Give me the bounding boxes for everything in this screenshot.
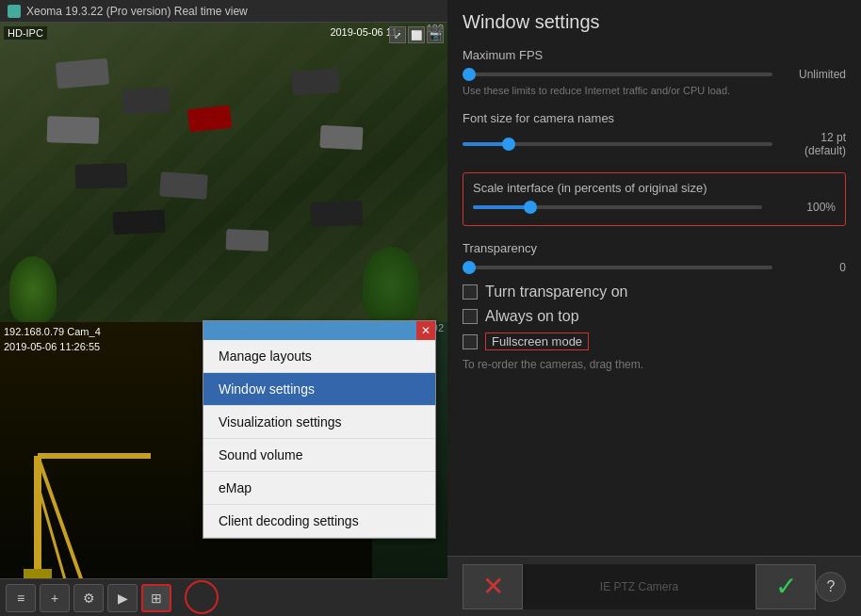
- context-menu: ✕ Manage layouts Window settings Visuali…: [203, 320, 436, 539]
- scale-slider-row: 100%: [473, 201, 836, 214]
- always-on-top-checkbox[interactable]: [463, 309, 478, 324]
- list-button[interactable]: ≡: [6, 584, 36, 612]
- help-button[interactable]: ?: [816, 572, 846, 602]
- menu-item-visualization-settings[interactable]: Visualization settings: [203, 406, 435, 439]
- font-label: Font size for camera names: [463, 111, 846, 125]
- ok-button[interactable]: ✓: [755, 564, 816, 609]
- snap-btn[interactable]: 📷: [427, 26, 444, 43]
- camera-top-controls: ⤢ ⬜ 📷: [389, 26, 444, 43]
- transparency-on-row: Turn transparency on: [463, 284, 846, 300]
- app-title: Xeoma 19.3.22 (Pro version) Real time vi…: [26, 5, 248, 18]
- font-slider-row: 12 pt (default): [463, 131, 846, 157]
- transparency-on-label: Turn transparency on: [485, 284, 627, 300]
- camera-bottom-timestamp: 2019-05-06 11:26:55: [4, 341, 100, 352]
- settings-title: Window settings: [447, 0, 861, 41]
- bottom-toolbar: ≡ + ⚙ ▶ ⊞: [0, 578, 447, 616]
- camera-top-view: HD-IPC 2019-05-06 11: ⤢ ⬜ 📷 192: [0, 23, 447, 322]
- fullscreen-row: Fullscreen mode: [463, 332, 846, 350]
- add-button[interactable]: +: [40, 584, 70, 612]
- camera-top-label: HD-IPC: [4, 26, 47, 40]
- menu-item-window-settings[interactable]: Window settings: [203, 373, 435, 406]
- settings-panel: Window settings Maximum FPS Unlimited Us…: [447, 0, 861, 616]
- transparency-label: Transparency: [463, 241, 846, 255]
- settings-button[interactable]: ⚙: [73, 584, 104, 612]
- context-menu-header: ✕: [203, 321, 435, 340]
- scale-section: Scale interface (in percents of original…: [463, 172, 846, 226]
- scale-value: 100%: [770, 201, 836, 214]
- menu-item-emap[interactable]: eMap: [203, 472, 435, 505]
- fps-slider-track[interactable]: [463, 73, 772, 76]
- scale-slider-track[interactable]: [473, 205, 762, 209]
- transparency-on-checkbox[interactable]: [463, 284, 478, 300]
- expand-btn[interactable]: ⤢: [389, 26, 406, 43]
- cancel-button[interactable]: ✕: [463, 564, 523, 609]
- fps-slider-row: Unlimited: [463, 68, 846, 81]
- transparency-section: Transparency 0: [463, 241, 846, 274]
- settings-footer: ✕ IE PTZ Camera ✓ ?: [447, 556, 861, 616]
- font-slider-track[interactable]: [463, 142, 772, 146]
- always-on-top-row: Always on top: [463, 308, 846, 325]
- settings-body: Maximum FPS Unlimited Use these limits t…: [447, 41, 861, 556]
- fullscreen-label: Fullscreen mode: [485, 332, 589, 350]
- ptz-label: IE PTZ Camera: [600, 580, 678, 593]
- fps-section: Maximum FPS Unlimited Use these limits t…: [463, 48, 846, 96]
- record-btn[interactable]: ⬜: [408, 26, 425, 43]
- transparency-value: 0: [780, 261, 846, 274]
- fps-hint: Use these limits to reduce Internet traf…: [463, 85, 846, 96]
- context-close-button[interactable]: ✕: [416, 321, 435, 340]
- reorder-hint: To re-order the cameras, drag them.: [463, 358, 846, 371]
- app-icon: [8, 5, 21, 18]
- transparency-slider-track[interactable]: [463, 266, 772, 269]
- ptz-label-area: IE PTZ Camera: [523, 564, 755, 609]
- parking-lot-feed: [0, 23, 447, 322]
- menu-item-client-decoding[interactable]: Client decoding settings: [203, 505, 435, 538]
- fps-value: Unlimited: [780, 68, 846, 81]
- font-value: 12 pt (default): [780, 131, 846, 157]
- fps-label: Maximum FPS: [463, 48, 846, 62]
- always-on-top-label: Always on top: [485, 308, 579, 325]
- fullscreen-checkbox[interactable]: [463, 334, 478, 349]
- grid-button[interactable]: ⊞: [141, 584, 171, 612]
- camera-bottom-label: 192.168.0.79 Cam_4: [4, 326, 101, 337]
- scale-label: Scale interface (in percents of original…: [473, 181, 836, 195]
- menu-item-manage-layouts[interactable]: Manage layouts: [203, 340, 435, 373]
- transparency-slider-row: 0: [463, 261, 846, 274]
- menu-item-sound-volume[interactable]: Sound volume: [203, 439, 435, 472]
- play-button[interactable]: ▶: [107, 584, 138, 612]
- font-section: Font size for camera names 12 pt (defaul…: [463, 111, 846, 157]
- title-bar: Xeoma 19.3.22 (Pro version) Real time vi…: [0, 0, 447, 23]
